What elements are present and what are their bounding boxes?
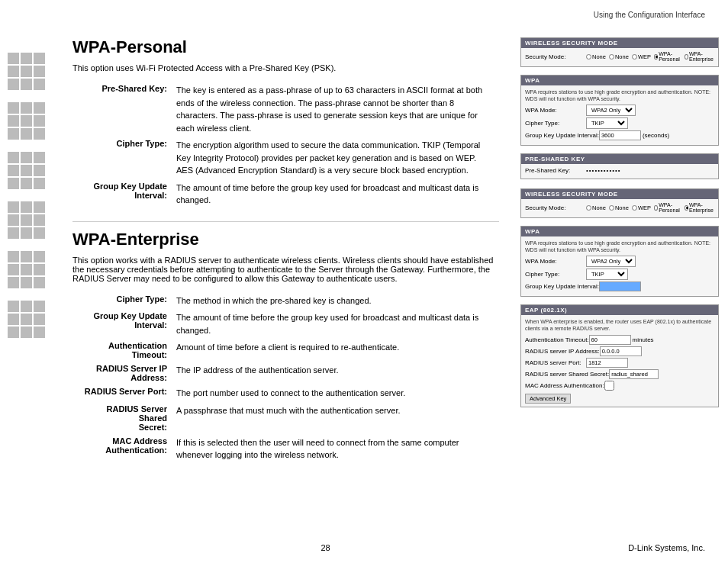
sq (21, 301, 32, 312)
sq (34, 214, 45, 226)
ui-panel-body-eap: When WPA enterprise is enabled, the rout… (521, 315, 718, 406)
radius-ip-input[interactable] (600, 346, 642, 356)
sq (8, 152, 19, 163)
radio-none2-b-dot (609, 205, 614, 211)
auth-timeout-input[interactable] (589, 335, 631, 345)
radio-none-b[interactable]: None (586, 204, 606, 211)
radio-wep[interactable]: WEP (632, 53, 651, 60)
sq (8, 201, 19, 213)
sq (34, 165, 45, 176)
radius-secret-row: RADIUS server Shared Secret: (525, 369, 714, 379)
radio-none[interactable]: None (586, 53, 606, 60)
sidebar (0, 24, 65, 491)
sq (8, 251, 19, 262)
cipher-type-label-bottom: Cipher Type: (525, 271, 586, 278)
radio-wep-b[interactable]: WEP (632, 204, 651, 211)
wpa-personal-title: WPA-Personal (72, 37, 499, 57)
wpa-personal-fields: Pre-Shared Key: The key is entered as a … (72, 82, 499, 209)
advanced-btn-container: Advanced Key (525, 392, 714, 404)
ui-panel-wpa-top: WPA WPA requires stations to use high gr… (520, 75, 719, 146)
group-key-label-top: Group Key Update Interval: (525, 132, 599, 139)
page-container: Using the Configuration Interface (0, 0, 728, 563)
ui-panel-body-security-top: Security Mode: None None WEP WPA-Persona… (521, 48, 718, 66)
radio-wpa-personal-b[interactable]: WPA-Personal (654, 202, 681, 213)
radio-wpa-personal[interactable]: WPA-Personal (654, 51, 681, 62)
ui-panel-header-wpa-top: WPA (521, 76, 718, 85)
deco-group-6 (8, 301, 57, 338)
field-mac-auth: MAC AddressAuthentication: If this is se… (72, 434, 499, 464)
ui-panel-body-wpa-top: WPA requires stations to use high grade … (521, 85, 718, 145)
sq (21, 201, 32, 213)
advanced-key-button[interactable]: Advanced Key (525, 394, 571, 404)
group-key-input-top[interactable] (599, 130, 641, 140)
field-label-preshared: Pre-Shared Key: (72, 82, 172, 137)
ui-panel-body-wpa-bottom: WPA requires stations to use high grade … (521, 236, 718, 296)
radio-wpa-personal-dot (654, 54, 658, 60)
cipher-type-select-bottom[interactable]: TKIP (586, 269, 628, 280)
wpa-mode-row-bottom: WPA Mode: WPA2 Only (525, 256, 714, 267)
sq (34, 152, 45, 163)
field-label-radius-secret: RADIUS Server SharedSecret: (72, 402, 172, 434)
field-value-auth-timeout: Amount of time before a client is requir… (172, 339, 499, 362)
radio-wpa-enterprise-b[interactable]: WPA-Enterprise (685, 202, 715, 213)
group-key-label-bottom: Group Key Update Interval: (525, 283, 599, 290)
auth-timeout-unit: minutes (633, 336, 654, 343)
deco-group-1 (8, 53, 57, 90)
radius-secret-input[interactable] (609, 369, 659, 379)
ui-panel-body-security-bottom: Security Mode: None None WEP WPA-Persona… (521, 199, 718, 217)
field-label-cipher-enterprise: Cipher Type: (72, 292, 172, 310)
sq (21, 79, 32, 90)
ui-screenshot-enterprise: WIRELESS SECURITY MODE Security Mode: No… (520, 188, 719, 407)
sq (21, 102, 32, 114)
radio-none2-dot (609, 54, 614, 60)
wpa-mode-select-top[interactable]: WPA2 Only (586, 105, 636, 116)
radius-port-label: RADIUS server Port: (525, 359, 586, 366)
sq (21, 53, 32, 64)
radio-wpa-enterprise[interactable]: WPA-Enterprise (685, 51, 715, 62)
wpa-mode-select-bottom[interactable]: WPA2 Only (586, 256, 636, 267)
sq (34, 314, 45, 325)
radio-none2[interactable]: None (609, 53, 629, 60)
footer-brand: D-Link Systems, Inc. (628, 543, 705, 552)
radius-secret-label: RADIUS server Shared Secret: (525, 371, 609, 378)
radio-none-b-dot (586, 205, 591, 211)
field-group-key-personal: Group Key UpdateInterval: The amount of … (72, 179, 499, 209)
wpa-personal-intro: This option uses Wi-Fi Protected Access … (72, 63, 499, 72)
wpa-mode-label-top: WPA Mode: (525, 107, 586, 114)
field-radius-secret: RADIUS Server SharedSecret: A passphrase… (72, 402, 499, 434)
sq (8, 214, 19, 226)
text-content: WPA-Personal This option uses Wi-Fi Prot… (65, 24, 514, 491)
wpa-enterprise-intro: This option works with a RADIUS server t… (72, 256, 499, 283)
field-value-cipher-personal: The encryption algorithm used to secure … (172, 137, 499, 179)
ui-panel-header-preshared: PRE-SHARED KEY (521, 154, 718, 164)
deco-group-2 (8, 102, 57, 140)
right-panel: WIRELESS SECURITY MODE Security Mode: No… (514, 24, 728, 491)
field-value-group-key-personal: The amount of time before the group key … (172, 179, 499, 209)
sq (21, 66, 32, 77)
group-key-input-bottom[interactable] (599, 282, 641, 291)
field-label-auth-timeout: AuthenticationTimeout: (72, 339, 172, 362)
cipher-type-select-top[interactable]: TKIP (586, 117, 628, 129)
radio-none2-b[interactable]: None (609, 204, 629, 211)
security-mode-row-top: Security Mode: None None WEP WPA-Persona… (525, 51, 714, 62)
sq (21, 277, 32, 288)
sq (8, 66, 19, 77)
field-radius-ip: RADIUS Server IPAddress: The IP address … (72, 362, 499, 384)
mac-auth-row: MAC Address Authentication: (525, 381, 714, 391)
sq (34, 102, 45, 114)
sq (34, 251, 45, 262)
sq (34, 79, 45, 90)
wpa-enterprise-fields: Cipher Type: The method in which the pre… (72, 292, 499, 464)
cipher-type-row-top: Cipher Type: TKIP (525, 117, 714, 129)
sq (34, 53, 45, 64)
ui-panel-header-security-top: WIRELESS SECURITY MODE (521, 38, 718, 48)
mac-auth-checkbox[interactable] (604, 381, 614, 391)
sq (21, 251, 32, 262)
ui-panel-wpa-bottom: WPA WPA requires stations to use high gr… (520, 226, 719, 297)
radius-port-input[interactable] (586, 358, 628, 368)
radius-ip-label: RADIUS server IP Address: (525, 348, 600, 355)
sq (34, 301, 45, 312)
sq (8, 79, 19, 90)
radius-port-row: RADIUS server Port: (525, 358, 714, 368)
sq (8, 227, 19, 239)
